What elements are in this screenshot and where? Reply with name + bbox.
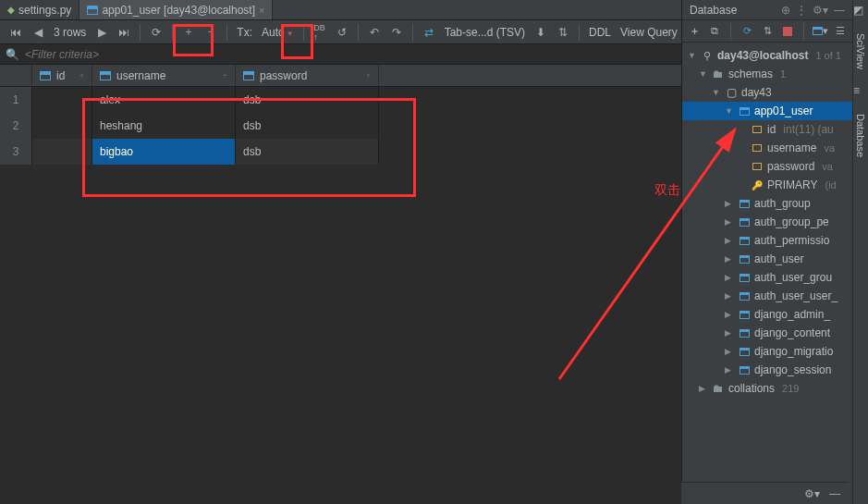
last-page-button[interactable]: ⏭ [114,22,134,43]
column-icon [751,126,764,133]
undo-button[interactable]: ↶ [364,22,385,43]
expand-icon[interactable]: ▶ [699,384,708,393]
table-row[interactable]: 2 heshang dsb [0,113,681,139]
prev-page-button[interactable]: ◀ [28,22,48,43]
tree-key[interactable]: 🔑 PRIMARY (id [682,176,852,194]
expand-icon[interactable]: ▼ [712,88,721,97]
separator [140,24,141,41]
expand-icon[interactable]: ▼ [725,106,734,116]
tree-schema[interactable]: ▼ ▢ day43 [682,83,852,102]
column-header-id[interactable]: id ÷ [32,65,92,86]
cell-id[interactable] [32,113,92,139]
tree-column[interactable]: username va [682,139,852,157]
tree-table[interactable]: ▶django_content [682,324,852,342]
expand-icon[interactable]: ▶ [725,365,734,375]
expand-icon[interactable]: ▶ [725,347,734,356]
cell-id[interactable] [32,87,92,113]
download-button[interactable]: ⬇ [531,22,551,43]
remove-row-button[interactable]: － [201,22,221,43]
cell-username[interactable]: bigbao [92,139,236,165]
new-button[interactable]: ＋ [686,23,703,40]
tree-table[interactable]: ▶auth_permissio [682,231,852,250]
side-tab-database[interactable]: Database [853,108,868,163]
tree-table[interactable]: ▶django_admin_ [682,305,852,324]
expand-icon[interactable]: ▶ [725,328,734,338]
format-label[interactable]: Tab-se...d (TSV) [441,26,529,39]
close-icon[interactable]: × [259,5,264,16]
cell-username[interactable]: heshang [92,113,236,139]
refresh-button[interactable]: ⟳ [146,22,166,43]
database-icon[interactable]: ≡ [853,84,868,99]
expand-icon[interactable]: ▶ [725,254,734,264]
cell-password[interactable]: dsb [236,139,379,165]
table-row[interactable]: 3 bigbao dsb [0,139,681,165]
tx-mode[interactable]: Auto▼ [258,26,298,39]
expand-icon[interactable]: ▼ [699,69,708,79]
panel-settings-icon[interactable]: ⚙▾ [813,4,828,17]
cell-username[interactable]: alex [92,87,236,113]
tree-connection[interactable]: ▼ ⚲ day43@localhost 1 of 1 [682,46,852,65]
duplicate-button[interactable]: ⧉ [706,23,723,40]
side-tab-sciview[interactable]: SciView [853,28,868,75]
table-row[interactable]: 1 alex dsb [0,87,681,113]
expand-icon[interactable]: ▶ [725,236,734,245]
sciview-icon[interactable]: ◩ [853,4,868,18]
cell-id[interactable] [32,139,92,165]
folder-icon: 🖿 [712,68,725,80]
expand-icon[interactable]: ▼ [688,51,697,60]
cell-password[interactable]: dsb [236,113,379,139]
expand-icon[interactable]: ▶ [725,273,734,282]
sort-icon[interactable]: ÷ [223,71,227,80]
separator [226,24,227,41]
tree-table[interactable]: ▶django_session [682,361,852,379]
filter-button[interactable]: ☰ [832,23,849,40]
sync-button[interactable]: ⇅ [759,23,776,40]
tree-table[interactable]: ▶auth_user_grou [682,268,852,287]
expand-icon[interactable]: ▶ [725,199,734,208]
redo-button[interactable]: ↷ [386,22,407,43]
sort-icon[interactable]: ÷ [366,71,371,80]
table-icon [738,366,751,375]
tree-table[interactable]: ▶auth_user_user_ [682,287,852,305]
column-header-password[interactable]: password ÷ [236,65,379,86]
panel-footer: ⚙▾ — [681,482,848,504]
commit-button[interactable]: DB↑ [310,22,330,43]
search-icon: 🔍 [6,48,19,61]
view-mode-button[interactable]: ▾ [812,23,828,40]
column-icon [100,71,111,80]
tree-collations[interactable]: ▶ 🖿 collations 219 [682,379,852,398]
expand-icon[interactable]: ▶ [725,291,734,301]
tree-table-app01-user[interactable]: ▼ app01_user [682,102,852,120]
tree-table[interactable]: ▶auth_group [682,194,852,213]
tab-settings-py[interactable]: ◆ settings.py [0,0,79,19]
tree-schemas[interactable]: ▼ 🖿 schemas 1 [682,65,852,83]
tree-table[interactable]: ▶django_migratio [682,342,852,361]
stop-button[interactable] [779,23,796,40]
export-button[interactable]: ⇄ [419,22,439,43]
panel-menu-icon[interactable]: ⋮ [796,4,807,17]
tab-app01-user[interactable]: app01_user [day43@localhost] × [79,0,273,19]
tree-column[interactable]: id int(11) (au [682,120,852,139]
expand-icon[interactable]: ▶ [725,310,734,319]
add-row-button[interactable]: ＋ [178,22,199,43]
sort-icon[interactable]: ÷ [79,71,84,80]
tree-column[interactable]: password va [682,157,852,176]
expand-icon[interactable]: ▶ [725,217,734,227]
hide-panel-icon[interactable]: — [834,4,845,17]
column-header-username[interactable]: username ÷ [92,65,236,86]
add-datasource-icon[interactable]: ⊕ [781,4,790,17]
next-page-button[interactable]: ▶ [92,22,112,43]
minimize-icon[interactable]: — [829,487,840,500]
tree-table[interactable]: ▶auth_group_pe [682,213,852,231]
gear-icon[interactable]: ⚙▾ [804,487,820,500]
ddl-button[interactable]: DDL [585,26,615,39]
table-icon [738,292,751,301]
tree-table[interactable]: ▶auth_user [682,250,852,268]
upload-button[interactable]: ⇅ [553,22,573,43]
first-page-button[interactable]: ⏮ [6,22,26,43]
refresh-button[interactable]: ⟳ [739,23,755,40]
rollback-button[interactable]: ↺ [332,22,352,43]
view-query-button[interactable]: View Query [617,26,681,39]
python-icon: ◆ [7,5,15,15]
cell-password[interactable]: dsb [236,87,379,113]
